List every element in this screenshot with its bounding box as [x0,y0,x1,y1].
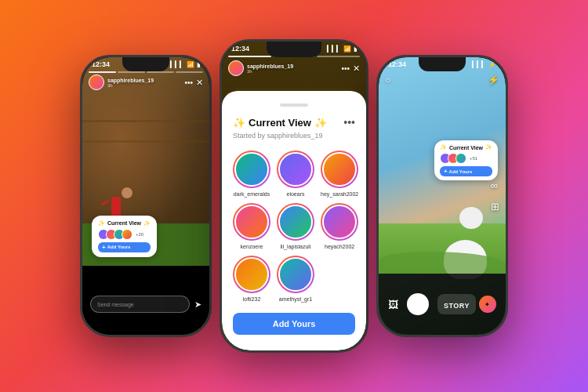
username-center: sapphireblues_19 [247,64,293,69]
bottom-bar-left: Send message ➤ [82,274,209,335]
cv-title-left: Current View [107,220,141,226]
cv-title-right: Current View [449,145,483,151]
modal-user-2[interactable]: eloears [277,151,314,197]
modal-subtitle: Started by sapphireblues_19 [233,132,355,140]
cv-sticker-left[interactable]: ✨ Current View ✨ +20 + Add Yours [92,216,157,257]
avatar-ring-7 [233,256,270,293]
modal-user-5[interactable]: lil_lapislazuli [277,203,314,249]
status-icons-left: ▎▎▎ 📶 ▮ [170,61,200,68]
modal-emoji-right: ✨ [314,117,327,129]
add-yours-btn-right[interactable]: + Add Yours [440,166,492,176]
signal-icon-left: ▎▎▎ [170,61,184,68]
cv-count-left: +20 [136,232,143,237]
modal-user-7[interactable]: lofti232 [233,256,270,302]
modal-username-2: eloears [287,191,305,197]
message-input-left[interactable]: Send message [90,296,190,313]
modal-title: ✨ Current View ✨ [233,117,327,129]
flash-icon-right: ⚡ [488,61,496,68]
add-icon-left: + [102,244,106,251]
current-view-modal: ✨ Current View ✨ ••• Started by sapphire… [222,91,366,350]
notch-center [267,42,321,57]
avatar-inner-8 [278,257,313,292]
modal-username-3: hey_sarah2002 [321,191,358,197]
time-right: 12:34 [388,60,406,68]
modal-user-8[interactable]: amethyst_gr1 [277,256,314,302]
avatar-inner-4 [234,205,269,239]
modal-user-4[interactable]: kenzoere [233,203,270,249]
avatar-ring-4 [233,203,270,241]
message-placeholder-left: Send message [97,302,134,307]
gallery-icon-right[interactable]: 🖼 [388,299,398,310]
close-button-left[interactable]: ✕ [196,78,203,88]
avatar-inner-3 [322,152,357,187]
flash-off-icon-right[interactable]: ⚡ [488,74,499,85]
modal-more-btn[interactable]: ••• [343,116,355,129]
time-left: 12:34 [92,60,110,68]
story-more-center[interactable]: ••• [341,64,350,73]
avatar-ring-6 [321,203,358,241]
add-yours-label-right: Add Yours [449,169,473,174]
wifi-icon-center: 📶 [343,45,351,53]
circle-icon-right[interactable]: ○ [385,74,390,85]
cv-sticker-right[interactable]: ✨ Current View ✨ +51 + Add Yours [434,140,498,180]
avatar-ring-2 [277,151,314,188]
story-progress-bars-left [89,71,203,73]
wifi-icon-left: 📶 [187,61,194,68]
send-icon-left[interactable]: ➤ [194,299,201,310]
notch-right [419,57,466,71]
story-header-center: sapphireblues_19 3h ••• ✕ [228,60,360,76]
cv-emoji-left-l: ✨ [98,220,105,227]
modal-user-3[interactable]: hey_sarah2002 [321,151,358,197]
avatar-small-center [228,60,244,76]
user-info-left: sapphireblues_19 3h [89,74,154,90]
notch-left [122,57,169,71]
modal-users-grid: dark_emeralds eloears hey_sarah2002 [233,151,355,302]
story-label-text: STORY [444,302,470,310]
story-time-center: 3h [247,69,293,74]
side-icons-right: ∞ ⊞ [491,180,499,212]
signal-icon-center: ▎▎▎ [327,45,341,53]
phone-left: 12:34 ▎▎▎ 📶 ▮ [80,55,212,337]
story-label-btn-right[interactable]: STORY [437,294,476,314]
avatar-inner-7 [234,257,269,292]
modal-user-6[interactable]: heyach2002 [321,203,358,249]
modal-handle[interactable] [280,103,308,107]
status-icons-right: ▎▎▎ ⚡ [472,61,496,68]
avatar-ring-5 [277,203,314,241]
avatar-small-left [89,74,104,90]
modal-emoji-left: ✨ [233,117,245,129]
close-button-center[interactable]: ✕ [353,64,360,74]
avatar-ring-1 [233,151,270,188]
username-left: sapphireblues_19 [107,78,154,83]
signal-icon-right: ▎▎▎ [472,61,486,68]
avatar-ring-8 [277,256,314,293]
cv-mini-avatar-r3 [456,153,466,164]
modal-add-yours-btn[interactable]: Add Yours [233,313,355,335]
battery-icon-left: ▮ [197,61,200,68]
time-center: 12:34 [231,45,249,53]
infinity-icon-right[interactable]: ∞ [491,180,499,191]
story-header-left: sapphireblues_19 3h ••• ✕ [89,74,203,90]
cv-emoji-right-l: ✨ [440,144,447,151]
story-header-right: ○ ⚡ [385,74,499,85]
battery-icon-center: ▮ [354,45,357,53]
story-more-left[interactable]: ••• [184,78,193,87]
modal-username-8: amethyst_gr1 [279,296,312,302]
modal-title-text: Current View [249,117,311,129]
cv-emoji-right-r: ✨ [485,144,492,151]
grid-icon-right[interactable]: ⊞ [491,201,499,212]
avatar-ring-3 [321,151,358,188]
avatar-inner-1 [234,152,269,187]
effect-bubble-right[interactable]: ✦ [479,296,496,313]
cv-emoji-left-r: ✨ [143,220,151,227]
modal-username-4: kenzoere [241,244,263,249]
add-yours-btn-left[interactable]: + Add Yours [98,242,151,252]
avatar-inner-2 [278,152,313,187]
add-yours-label-left: Add Yours [107,245,131,249]
modal-username-5: lil_lapislazuli [281,244,311,249]
avatar-inner-5 [278,205,313,239]
modal-user-1[interactable]: dark_emeralds [233,151,270,197]
cv-mini-avatar-4 [122,229,132,240]
capture-btn-right[interactable] [407,293,429,315]
bottom-bar-right: 🖼 STORY ✦ [379,274,506,335]
